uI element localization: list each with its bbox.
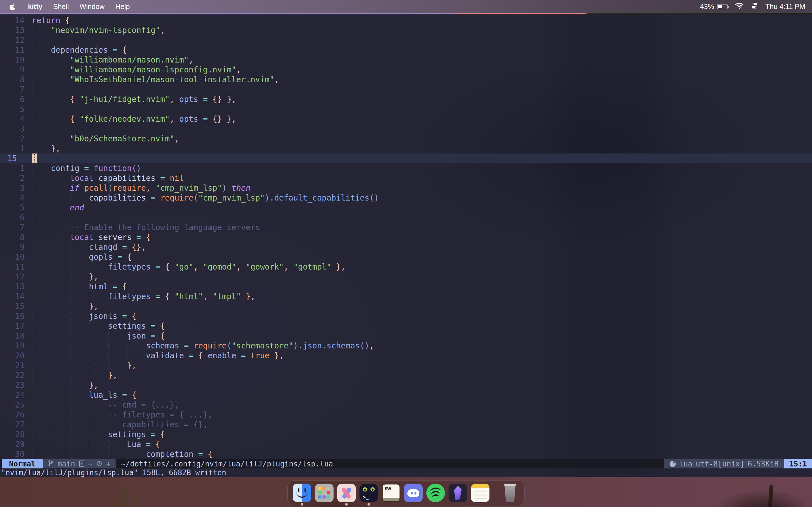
indent-guide [51, 134, 70, 144]
line-number: 16 [0, 311, 27, 321]
indent-guide [51, 94, 70, 104]
editor-line[interactable]: 6 [0, 213, 812, 223]
editor-line[interactable]: 28 settings = { [0, 430, 812, 439]
editor-line[interactable]: 10 "williamboman/mason.nvim", [0, 55, 812, 65]
code-token: { [122, 45, 127, 55]
editor-line[interactable]: 3 [0, 124, 812, 134]
editor-line[interactable]: 3 if pcall(require, "cmp_nvim_lsp") then [0, 183, 812, 193]
dock-item-swkey[interactable] [382, 482, 400, 504]
editor-line[interactable]: 26 -- filetypes = { ...}, [0, 410, 812, 420]
line-number: 12 [0, 272, 27, 282]
line-number: 5 [0, 203, 27, 213]
editor-line[interactable]: 9 "williamboman/mason-lspconfig.nvim", [0, 65, 812, 75]
code-token: = [241, 351, 251, 360]
editor-line[interactable]: 2 local capabilities = nil [0, 173, 812, 183]
editor-line[interactable]: 15 }, [0, 301, 812, 311]
code-token: = [113, 45, 122, 55]
menu-item-help[interactable]: Help [110, 3, 135, 11]
editor-line[interactable]: 5 [0, 104, 812, 114]
indent-guide [70, 420, 89, 430]
dock-item-arc[interactable] [337, 482, 356, 504]
cursor-block [32, 154, 37, 163]
editor-line[interactable]: 23 }, [0, 380, 812, 390]
code-token: }, [127, 360, 137, 371]
editor-line[interactable]: 29 Lua = { [0, 439, 812, 449]
editor-line[interactable]: 16 jsonls = { [0, 311, 812, 321]
editor-line[interactable]: 7 -- Enable the following language serve… [0, 223, 812, 232]
editor-line[interactable]: 20 validate = { enable = true }, [0, 351, 812, 360]
dock-item-discord[interactable] [404, 482, 423, 504]
dock-item-obsidian[interactable] [449, 482, 467, 504]
editor-line[interactable]: 14return { [0, 15, 812, 25]
dock-item-finder[interactable] [293, 482, 311, 504]
code-area[interactable]: 14return {13 "neovim/nvim-lspconfig",12 … [0, 14, 812, 459]
dock-item-spotify[interactable] [426, 482, 445, 504]
code-token: clangd [89, 242, 122, 252]
line-number: 14 [0, 15, 27, 25]
editor-line[interactable]: 2 "b0o/SchemaStore.nvim", [0, 134, 812, 144]
wifi-icon[interactable] [735, 3, 744, 11]
code-token: "tmpl" [213, 291, 241, 301]
apple-menu-icon[interactable] [10, 3, 16, 10]
editor-line[interactable]: 8 local servers = { [0, 232, 812, 242]
editor-line[interactable]: 14 filetypes = { "html", "tmpl" }, [0, 291, 812, 301]
code-token: local [70, 173, 98, 183]
dock-item-trash[interactable] [501, 482, 519, 504]
indent-guide [32, 104, 51, 114]
editor-line[interactable]: 25 -- cmd = {...}, [0, 400, 812, 410]
editor-line[interactable]: 7 [0, 84, 812, 94]
editor-line[interactable]: 22 }, [0, 371, 812, 380]
editor-line[interactable]: 9 clangd = {}, [0, 242, 812, 252]
editor-line[interactable]: 1 }, [0, 144, 812, 154]
code-token: "cmp_nvim_lsp" [155, 183, 222, 193]
code-token: }, [269, 351, 284, 360]
indent-guide [51, 420, 70, 430]
kitty-terminal-window[interactable]: 14return {13 "neovim/nvim-lspconfig",12 … [0, 14, 812, 477]
menu-bar-clock[interactable]: Thu 4:11 PM [765, 3, 805, 11]
code-token: json [127, 331, 151, 341]
statusline: Normal main ± − + ~/dotfiles/ [0, 459, 812, 468]
indent-guide [32, 311, 51, 321]
code-token: "williamboman/mason-lspconfig.nvim" [70, 65, 236, 75]
editor-line[interactable]: 6 { "j-hui/fidget.nvim", opts = {} }, [0, 94, 812, 104]
indent-guide [51, 124, 70, 134]
control-center-icon[interactable] [751, 2, 758, 11]
editor-line[interactable]: 19 schemas = require("schemastore").json… [0, 341, 812, 351]
editor-line[interactable]: 12 }, [0, 272, 812, 282]
editor-line[interactable]: 11 dependencies = { [0, 45, 812, 55]
editor-line[interactable]: 21 }, [0, 360, 812, 371]
indent-guide [51, 371, 70, 380]
editor-line[interactable]: 10 gopls = { [0, 252, 812, 262]
editor-line[interactable]: 17 settings = { [0, 321, 812, 331]
editor-line[interactable]: 18 json = { [0, 331, 812, 341]
editor-line[interactable]: 8 "WhoIsSethDaniel/mason-tool-installer.… [0, 75, 812, 84]
filetype: lua [679, 460, 693, 468]
dock-item-launchpad[interactable] [315, 482, 334, 504]
indent-guide [70, 341, 89, 351]
editor-line[interactable]: 13 "neovim/nvim-lspconfig", [0, 25, 812, 35]
editor-line[interactable]: 30 completion = { [0, 449, 812, 459]
dock-item-kitty[interactable] [359, 482, 378, 504]
code-token: , [236, 262, 246, 272]
menu-item-window[interactable]: Window [74, 3, 110, 11]
editor-line[interactable]: 24 lua_ls = { [0, 390, 812, 400]
menu-item-app[interactable]: kitty [22, 3, 48, 11]
indent-guide [70, 400, 89, 410]
dock-item-notes[interactable] [471, 482, 490, 504]
editor-line[interactable]: 1 config = function() [0, 163, 812, 173]
menu-item-shell[interactable]: Shell [48, 3, 74, 11]
editor-line[interactable]: 4 capabilities = require("cmp_nvim_lsp")… [0, 193, 812, 203]
editor-line[interactable]: 15 [0, 154, 812, 163]
editor-line[interactable]: 4 { "folke/neodev.nvim", opts = {} }, [0, 114, 812, 124]
editor-line[interactable]: 5 end [0, 203, 812, 213]
battery-percent: 43% [700, 3, 714, 11]
editor-line[interactable]: 11 filetypes = { "go", "gomod", "gowork"… [0, 262, 812, 272]
editor-line[interactable]: 27 -- capabilities = {}, [0, 420, 812, 430]
editor-line[interactable]: 12 [0, 35, 812, 45]
editor-line[interactable]: 13 html = { [0, 282, 812, 291]
code-token: , [203, 291, 213, 301]
indent-guide [32, 163, 51, 173]
indent-guide [32, 262, 51, 272]
battery-indicator[interactable]: 43% [700, 3, 728, 11]
code-token: return [32, 15, 65, 25]
